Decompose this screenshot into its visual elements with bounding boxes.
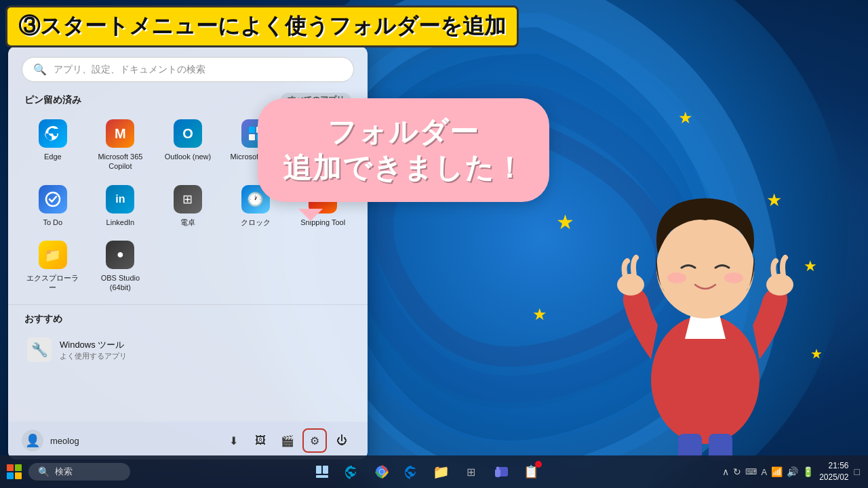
calc-icon: ⊞ [174,185,202,214]
app-item-explorer[interactable]: 📁 エクスプローラー [19,234,87,300]
character [597,136,814,461]
calc-taskbar-icon: ⊞ [467,466,475,479]
svg-point-9 [667,272,686,283]
taskview-icon[interactable] [309,458,336,485]
m365-icon: M [106,119,134,148]
obs-label: OBS Studio(64bit) [101,273,140,293]
win-logo-blue [7,472,14,479]
svg-point-21 [501,467,505,471]
title-overlay: ③スタートメニューによく使うフォルダーを追加 [5,5,519,47]
win-logo-green [15,464,22,471]
explorer-label: エクスプローラー [24,273,81,293]
windows-tools-icon: 🔧 [27,338,52,362]
svg-point-8 [656,217,754,319]
rec-item-windows-tools[interactable]: 🔧 Windows ツール よく使用するアプリ [24,332,351,367]
taskbar-search-text: 検索 [55,466,73,478]
calc-label: 電卓 [180,218,195,227]
rec-item-sub: よく使用するアプリ [60,351,127,361]
explorer-icon: 📁 [39,241,67,269]
edge-icon [39,119,67,148]
tb-calc[interactable]: ⊞ [458,458,485,485]
svg-point-12 [766,274,793,296]
search-bar[interactable]: 🔍 アプリ、設定、ドキュメントの検索 [22,57,354,82]
taskbar-search[interactable]: 🔍 検索 [28,463,130,481]
outlook-icon: O [174,119,202,148]
power-button[interactable]: ⏻ [330,428,354,453]
tb-app-badge[interactable]: 📋 [517,458,545,485]
svg-point-22 [496,467,499,470]
character-svg [597,136,814,461]
speech-bubble: フォルダー 追加できました！ [258,98,549,202]
outlook-label: Outlook (new) [165,152,211,161]
search-icon: 🔍 [33,63,47,76]
tb-folder[interactable]: 📁 [428,458,455,485]
windows-logo [7,464,22,479]
clock-label: クロック [241,218,271,227]
app-item-linkedin[interactable]: in LinkedIn [87,178,155,234]
user-avatar: 👤 [22,430,43,451]
time-text: 21:56 [819,460,848,472]
obs-icon: ● [106,241,134,269]
keyboard-icon: ⌨ [745,467,757,476]
notification-badge [535,461,542,468]
search-input[interactable]: アプリ、設定、ドキュメントの検索 [54,64,342,76]
app-item-calc[interactable]: ⊞ 電卓 [154,178,222,234]
tb-teams[interactable] [488,458,515,485]
settings-button[interactable]: ⚙ [302,428,327,453]
start-button[interactable] [0,458,28,486]
notification-center-icon[interactable]: □ [854,466,860,477]
start-menu-bottom: 👤 meolog ⬇ 🖼 🎬 ⚙ ⏻ [8,422,368,460]
pinned-label: ピン留め済み [24,94,81,106]
ime-icon[interactable]: A [761,467,767,477]
wifi-icon[interactable]: 📶 [771,466,783,477]
download-button[interactable]: ⬇ [221,428,245,453]
date-text: 2025/02 [819,472,848,483]
user-info[interactable]: 👤 meolog [22,430,79,451]
tb-edge[interactable] [338,458,366,485]
app-item-todo[interactable]: To Do [19,178,87,234]
user-name: meolog [50,436,79,446]
system-tray-icons: ∧ ↻ ⌨ A 📶 🔊 🔋 [722,466,814,477]
bubble-line2: 追加できました！ [282,150,525,186]
linkedin-label: LinkedIn [106,218,135,227]
battery-icon: 🔋 [802,466,814,477]
svg-point-20 [379,470,384,474]
todo-icon [39,185,67,214]
app-item-outlook[interactable]: O Outlook (new) [154,113,222,178]
tb-chrome[interactable] [368,458,395,485]
star-1: ★ [556,210,574,234]
svg-rect-3 [249,134,255,140]
svg-rect-17 [316,475,328,478]
svg-point-11 [617,274,644,296]
svg-rect-1 [249,127,255,133]
rec-item-text: Windows ツール よく使用するアプリ [60,339,127,361]
edge-label: Edge [44,152,62,161]
recommended-label: おすすめ [24,313,351,325]
app-item-m365[interactable]: M Microsoft 365Copilot [87,113,155,178]
star-4: ★ [532,305,547,324]
taskbar-search-icon: 🔍 [38,466,50,477]
linkedin-icon: in [106,185,134,214]
win-logo-red [7,464,14,471]
tb-edge2[interactable] [398,458,425,485]
win-logo-yellow [15,472,22,479]
svg-rect-15 [316,466,321,474]
bottom-icon-group: ⬇ 🖼 🎬 ⚙ ⏻ [221,428,354,453]
todo-label: To Do [43,218,62,227]
rec-item-name: Windows ツール [60,339,127,351]
taskbar-right: ∧ ↻ ⌨ A 📶 🔊 🔋 21:56 2025/02 □ [722,460,868,483]
folder-icon: 📁 [433,464,450,480]
title-text: ③スタートメニューによく使うフォルダーを追加 [18,14,506,38]
clock-display[interactable]: 21:56 2025/02 [819,460,848,483]
m365-label: Microsoft 365Copilot [98,152,142,171]
app-item-edge[interactable]: Edge [19,113,87,178]
svg-point-10 [724,272,743,283]
bubble-line1: フォルダー [282,115,525,150]
svg-rect-16 [323,466,328,474]
chevron-up-icon[interactable]: ∧ [722,466,729,477]
volume-icon[interactable]: 🔊 [787,466,798,477]
app-item-obs[interactable]: ● OBS Studio(64bit) [87,234,155,300]
photos-button[interactable]: 🖼 [248,428,273,453]
recommended-section: おすすめ 🔧 Windows ツール よく使用するアプリ [8,304,368,367]
video-button[interactable]: 🎬 [275,428,300,453]
